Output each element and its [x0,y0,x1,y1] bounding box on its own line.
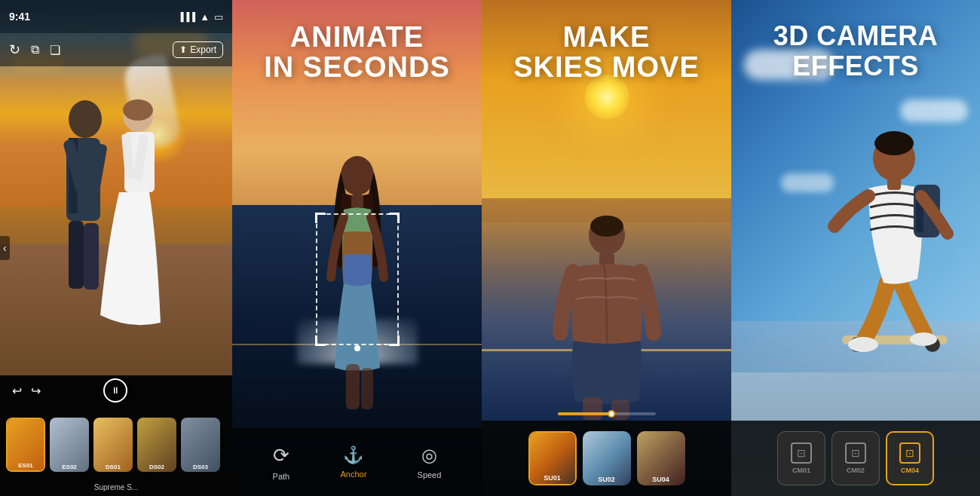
skies-title: MAKE SKIES MOVE [482,23,731,83]
playback-bar: ↩ ↪ ⏸ [0,375,232,406]
svg-rect-19 [583,397,602,420]
speed-icon: ◎ [421,445,437,466]
panel-skies: MAKE SKIES MOVE SU01 [482,0,731,496]
sky-thumb-su01[interactable]: SU01 [528,431,577,485]
layers-icon[interactable]: ⧉ [31,43,39,57]
stack-icon[interactable]: ❏ [50,43,60,57]
thumbnail-ds01[interactable]: DS01 [93,418,133,472]
pause-button[interactable]: ⏸ [103,378,127,403]
skateboarder-figure [797,57,980,373]
share-icon: ⬆ [179,44,187,55]
3d-title-container: 3D CAMERA EFFECTS [731,21,980,81]
undo-button[interactable]: ↩ [12,384,22,398]
progress-thumb [608,410,615,418]
redo-button[interactable]: ↪ [31,384,41,398]
svg-point-30 [848,337,878,352]
thumbnail-es01[interactable]: ES01 [6,418,45,472]
topbar-left: 9:41 [9,11,30,23]
title-line2: IN SECONDS [232,53,482,83]
selection-box [316,213,399,345]
thumb-label-ds02: DS02 [137,464,176,470]
thumb-label-es02: ES02 [50,464,89,470]
left-arrow-button[interactable]: ‹ [0,236,10,260]
svg-rect-14 [346,364,360,409]
svg-rect-13 [351,194,363,210]
battery-icon: ▭ [214,11,223,23]
su04-label: SU04 [637,476,685,483]
filter-thumbnails: ES01 ES02 DS01 DS02 DS03 [0,406,232,483]
corner-bl [315,335,326,346]
thumbnail-strip: ↩ ↪ ⏸ ES01 ES02 DS01 DS02 [0,375,232,496]
camera-thumb-cm01[interactable]: ⊡ CM01 [777,431,825,485]
animation-toolbar: ⟳ Path ⚓ Anchor ◎ Speed [232,428,482,496]
thumb-label-ds01: DS01 [93,464,133,470]
thumbnail-es02[interactable]: ES02 [50,418,89,472]
svg-rect-6 [84,223,99,289]
left-chevron-icon: ‹ [3,242,7,254]
camera-thumbnails: ⊡ CM01 ⊡ CM02 ⊡ CM04 [731,421,980,496]
sky-thumbnails: SU01 SU02 SU04 [482,421,731,496]
cm02-icon: ⊡ [845,442,866,464]
couple-figure [25,74,191,375]
undo-redo-controls: ↩ ↪ [12,384,41,398]
path-label: Path [273,472,290,481]
wifi-icon: ▲ [200,11,210,23]
thumbnail-ds03[interactable]: DS03 [181,418,220,472]
camera-thumb-cm02[interactable]: ⊡ CM02 [831,431,880,485]
status-icons: ▐▐▐ ▲ ▭ [178,11,223,23]
rotate-icon[interactable]: ↻ [9,41,20,58]
cm01-label: CM01 [792,467,810,474]
progress-bar [558,412,656,415]
muscular-figure [547,213,667,424]
svg-point-29 [874,131,914,155]
title-line1: ANIMATE [232,23,482,53]
time-display: 9:41 [9,11,30,23]
speed-label: Speed [418,470,442,479]
cm01-icon: ⊡ [791,442,812,464]
svg-point-12 [341,156,374,195]
tool-anchor[interactable]: ⚓ Anchor [340,445,366,479]
svg-rect-5 [69,221,84,289]
svg-point-0 [69,100,102,138]
camera-thumb-cm04[interactable]: ⊡ CM04 [886,431,934,485]
sky-thumb-su04[interactable]: SU04 [637,431,685,485]
export-label: Export [190,44,216,55]
3d-title: 3D CAMERA EFFECTS [731,21,980,81]
thumb-label-ds03: DS03 [181,464,220,470]
strip-label: Supreme S... [0,483,232,496]
app-toolbar: ↻ ⧉ ❏ ⬆ Export [0,33,232,66]
path-icon: ⟳ [273,444,289,467]
svg-point-17 [590,216,623,237]
tool-speed[interactable]: ◎ Speed [418,445,442,479]
selection-center-dot [354,345,360,351]
su02-label: SU02 [583,476,631,483]
corner-tl [315,213,326,223]
thumbnail-ds02[interactable]: DS02 [137,418,176,472]
panel-3d-camera: 3D CAMERA EFFECTS [731,0,980,496]
thumb-label-es01: ES01 [8,462,44,469]
sky-thumb-su02[interactable]: SU02 [583,431,631,485]
su01-label: SU01 [530,474,575,482]
animate-title-container: ANIMATE IN SECONDS [232,23,482,83]
corner-tr [389,213,400,223]
corner-br [389,335,400,346]
signal-icon: ▐▐▐ [178,12,195,21]
phone-topbar: 9:41 ▐▐▐ ▲ ▭ [0,0,232,33]
skies-title-line2: SKIES MOVE [482,53,731,83]
cm02-label: CM02 [847,467,865,474]
animate-title: ANIMATE IN SECONDS [232,23,482,83]
tool-path[interactable]: ⟳ Path [273,444,290,481]
panel-phone-screenshot: 9:41 ▐▐▐ ▲ ▭ ↻ ⧉ ❏ ⬆ Export ‹ ↩ ↪ [0,0,232,496]
svg-rect-15 [361,368,373,409]
cm04-label: CM04 [901,467,919,474]
3d-title-line2: EFFECTS [731,51,980,81]
svg-point-31 [910,332,937,346]
cm04-icon: ⊡ [899,442,920,464]
skies-title-container: MAKE SKIES MOVE [482,23,731,83]
panel-animate: ANIMATE IN SECONDS [232,0,482,496]
anchor-label: Anchor [340,470,366,479]
toolbar-left-icons: ↻ ⧉ ❏ [9,41,60,58]
svg-point-11 [123,100,153,121]
3d-title-line1: 3D CAMERA [731,21,980,51]
export-button[interactable]: ⬆ Export [173,41,223,58]
